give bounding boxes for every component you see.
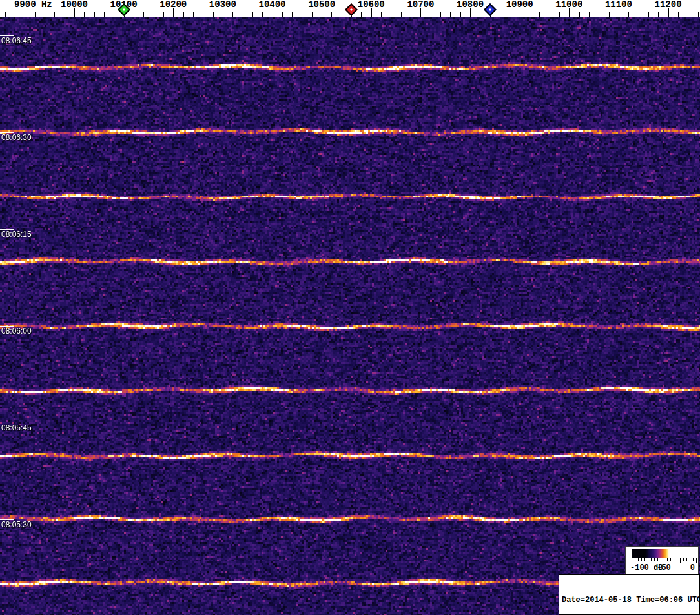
color-scale-tick — [693, 558, 694, 561]
color-scale-tick — [635, 558, 635, 561]
frequency-tick-label: 10400 — [259, 0, 286, 9]
color-scale-tick — [664, 558, 664, 563]
frequency-tick — [232, 12, 233, 17]
frequency-tick — [431, 12, 431, 17]
frequency-tick — [203, 12, 203, 17]
color-scale-tick — [648, 558, 648, 563]
scale-label-mid: -50 — [657, 563, 671, 572]
frequency-tick-label: 10800 — [457, 0, 484, 9]
color-scale-tick — [683, 558, 684, 561]
frequency-tick-label: 10300 — [209, 0, 236, 9]
frequency-tick — [480, 12, 480, 17]
frequency-tick — [579, 12, 580, 17]
scale-label-max: 0 — [690, 563, 695, 572]
color-scale-tick — [657, 558, 658, 561]
frequency-tick — [163, 12, 164, 17]
frequency-tick — [530, 12, 530, 17]
frequency-tick — [134, 12, 134, 17]
observation-info-box: Date=2014-05-18 Time=06:06 UTC Freq=143 … — [559, 574, 700, 615]
frequency-tick — [114, 12, 114, 17]
time-tick-label: 08:05:30 — [1, 521, 32, 529]
frequency-tick — [391, 12, 391, 17]
frequency-tick — [312, 12, 313, 17]
spectrogram-window: 9900 Hz100001010010200103001040010500106… — [0, 0, 700, 615]
frequency-tick — [282, 12, 283, 17]
frequency-tick — [35, 12, 36, 17]
frequency-tick — [183, 12, 184, 17]
frequency-tick — [381, 12, 382, 17]
frequency-tick — [450, 12, 451, 17]
frequency-tick — [559, 12, 560, 17]
color-scale-tick — [638, 558, 639, 561]
frequency-tick — [5, 12, 6, 17]
color-scale-tick — [670, 558, 671, 561]
amplitude-color-scale: -100 dB -50 0 — [625, 546, 699, 574]
blue-diamond-marker[interactable] — [484, 3, 497, 16]
frequency-tick — [639, 12, 639, 17]
time-tick-label: 08:06:30 — [1, 134, 32, 142]
frequency-tick — [331, 12, 332, 17]
time-tick-label: 08:06:15 — [1, 230, 32, 239]
frequency-tick — [599, 12, 599, 17]
color-scale-tick — [686, 558, 687, 561]
frequency-tick — [143, 12, 144, 17]
frequency-tick — [65, 12, 65, 17]
frequency-tick — [678, 12, 679, 17]
frequency-tick — [361, 12, 362, 17]
color-scale-tick — [641, 558, 642, 561]
frequency-tick — [154, 12, 154, 17]
frequency-tick-label: 10600 — [358, 0, 385, 9]
frequency-tick — [688, 12, 688, 17]
color-scale-tick — [674, 558, 674, 561]
frequency-tick — [401, 12, 402, 17]
frequency-tick — [460, 12, 461, 17]
frequency-tick — [54, 12, 55, 17]
frequency-tick — [45, 12, 45, 17]
color-scale-tick — [677, 558, 677, 561]
frequency-tick — [550, 12, 550, 17]
frequency-tick — [302, 12, 302, 17]
frequency-tick — [243, 12, 243, 17]
frequency-tick — [628, 12, 629, 17]
color-scale-tick — [667, 558, 668, 561]
frequency-tick — [539, 12, 540, 17]
frequency-tick — [262, 12, 263, 17]
frequency-tick-label: 11000 — [555, 0, 582, 9]
frequency-tick-label: 9900 Hz — [14, 0, 52, 9]
frequency-tick-label: 11100 — [605, 0, 632, 9]
frequency-tick — [658, 12, 659, 17]
color-scale-tick — [690, 558, 690, 561]
frequency-tick — [609, 12, 610, 17]
color-scale-tick — [644, 558, 645, 561]
color-scale-tick — [696, 558, 697, 563]
red-diamond-marker[interactable] — [345, 3, 358, 16]
frequency-tick — [648, 12, 649, 17]
frequency-tick-label: 10900 — [506, 0, 533, 9]
frequency-tick — [411, 12, 411, 17]
frequency-tick — [94, 12, 95, 17]
color-scale-ruler — [632, 558, 696, 563]
color-gradient-bar — [632, 549, 696, 558]
time-tick-label: 08:06:00 — [1, 327, 32, 336]
frequency-tick — [342, 12, 342, 17]
frequency-tick-label: 10200 — [160, 0, 187, 9]
frequency-tick — [440, 12, 441, 17]
frequency-tick — [698, 12, 699, 17]
frequency-tick — [84, 12, 85, 17]
info-date-time: Date=2014-05-18 Time=06:06 UTC — [562, 596, 699, 605]
frequency-tick — [252, 12, 253, 17]
time-tick-label: 08:06:45 — [1, 37, 32, 45]
frequency-tick — [292, 12, 293, 17]
time-tick-label: 08:05:45 — [1, 424, 32, 432]
color-scale-labels: -100 dB -50 0 — [626, 563, 698, 572]
frequency-ruler[interactable]: 9900 Hz100001010010200103001040010500106… — [0, 0, 700, 17]
frequency-tick — [193, 12, 194, 17]
frequency-tick-label: 10500 — [308, 0, 335, 9]
waterfall-display[interactable] — [0, 17, 700, 615]
frequency-tick — [104, 12, 105, 17]
frequency-tick — [500, 12, 500, 17]
frequency-tick — [213, 12, 214, 17]
color-scale-tick — [654, 558, 655, 561]
color-scale-tick — [661, 558, 661, 561]
frequency-tick-label: 11200 — [655, 0, 682, 9]
